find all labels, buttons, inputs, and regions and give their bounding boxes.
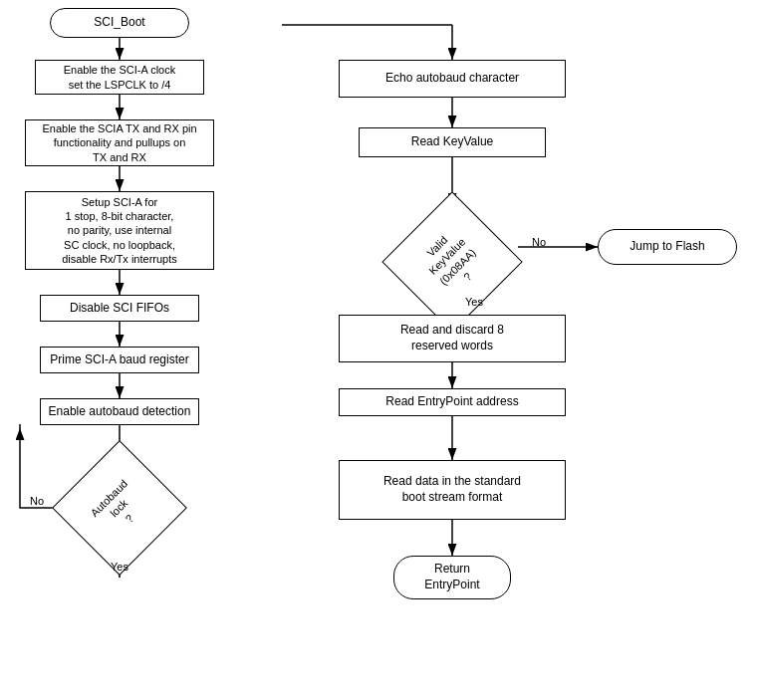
no-text-right: No — [532, 235, 546, 249]
autobaud-lock-label: Autobaudlock? — [88, 476, 151, 540]
valid-keyvalue-label: ValidKeyValue(0x08AA)? — [415, 225, 488, 298]
enable-autobaud-node: Enable autobaud detection — [40, 398, 199, 425]
return-entrypoint-label: ReturnEntryPoint — [424, 562, 479, 592]
read-entrypoint-node: Read EntryPoint address — [339, 388, 566, 416]
disable-fifo-node: Disable SCI FIFOs — [40, 295, 199, 322]
no-label-right: No — [524, 233, 554, 251]
yes-label-left: Yes — [100, 558, 139, 576]
sci-boot-node: SCI_Boot — [50, 8, 189, 38]
read-entrypoint-label: Read EntryPoint address — [385, 394, 518, 410]
read-discard-node: Read and discard 8reserved words — [339, 315, 566, 362]
enable-autobaud-label: Enable autobaud detection — [49, 404, 191, 420]
prime-baud-label: Prime SCI-A baud register — [50, 352, 188, 368]
no-text-left: No — [30, 494, 44, 508]
no-label-left: No — [22, 492, 52, 510]
enable-pins-label: Enable the SCIA TX and RX pinfunctionali… — [42, 121, 196, 164]
prime-baud-node: Prime SCI-A baud register — [40, 347, 199, 373]
setup-scia-label: Setup SCI-A for1 stop, 8-bit character,n… — [62, 195, 177, 266]
jump-to-flash-label: Jump to Flash — [630, 239, 704, 255]
yes-text-left: Yes — [111, 560, 128, 574]
enable-clock-node: Enable the SCI-A clockset the LSPCLK to … — [35, 60, 204, 95]
read-data-node: Read data in the standardboot stream for… — [339, 460, 566, 520]
setup-scia-node: Setup SCI-A for1 stop, 8-bit character,n… — [25, 191, 214, 270]
enable-pins-node: Enable the SCIA TX and RX pinfunctionali… — [25, 119, 214, 166]
echo-autobaud-label: Echo autobaud character — [385, 71, 519, 87]
enable-clock-label: Enable the SCI-A clockset the LSPCLK to … — [64, 63, 176, 92]
yes-text-right: Yes — [465, 295, 483, 309]
read-keyvalue-label: Read KeyValue — [411, 134, 494, 150]
sci-boot-label: SCI_Boot — [94, 15, 144, 31]
read-keyvalue-node: Read KeyValue — [359, 127, 546, 157]
flowchart: SCI_Boot Enable the SCI-A clockset the L… — [0, 0, 758, 700]
yes-label-right: Yes — [454, 293, 494, 311]
jump-to-flash-node: Jump to Flash — [598, 229, 737, 265]
read-data-label: Read data in the standardboot stream for… — [383, 474, 521, 505]
return-entrypoint-node: ReturnEntryPoint — [393, 556, 511, 599]
echo-autobaud-node: Echo autobaud character — [339, 60, 566, 98]
disable-fifo-label: Disable SCI FIFOs — [70, 301, 169, 317]
read-discard-label: Read and discard 8reserved words — [400, 323, 504, 353]
